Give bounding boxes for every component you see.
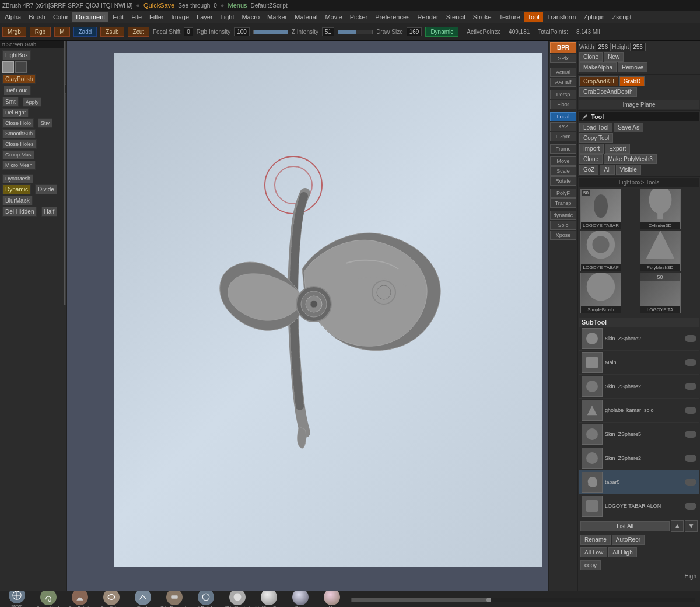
- make-polymesh-btn[interactable]: Make PolyMesh3: [604, 154, 657, 164]
- apply-btn[interactable]: Apply: [23, 97, 42, 107]
- width-val[interactable]: 256: [596, 43, 611, 51]
- bpr-btn[interactable]: BPR: [550, 42, 576, 53]
- subtool-item-6[interactable]: Skin_ZSphere2: [579, 446, 699, 470]
- brush-snakehook[interactable]: SnakeHook: [34, 591, 63, 607]
- menu-picker[interactable]: Picker: [346, 12, 372, 22]
- default-script[interactable]: DefaultZScript: [251, 2, 288, 9]
- grab-doc-btn[interactable]: GrabD: [620, 76, 645, 86]
- brush-ma[interactable]: Ma: [317, 591, 346, 607]
- dynamic2-btn[interactable]: dynamic: [550, 211, 576, 220]
- menu-image[interactable]: Image: [167, 12, 192, 22]
- brush-claybuildup[interactable]: ClayBuildip: [65, 591, 94, 607]
- zsub-btn[interactable]: Zsub: [100, 27, 124, 37]
- subtool-toggle-5[interactable]: [685, 431, 696, 438]
- viewport[interactable]: [114, 53, 542, 567]
- micro-mesh-btn[interactable]: Micro Mesh: [2, 161, 36, 170]
- menu-color[interactable]: Color: [50, 12, 72, 22]
- all-high-btn[interactable]: All High: [608, 547, 636, 557]
- zadd-btn[interactable]: Zadd: [74, 27, 97, 37]
- brush-hpolish[interactable]: hPolish: [191, 591, 220, 607]
- mrgb-btn[interactable]: Mrgb: [2, 27, 26, 37]
- frame-btn[interactable]: Frame: [550, 144, 576, 154]
- brush-skinshade4[interactable]: SkinShade4: [223, 591, 252, 607]
- all-low-btn[interactable]: All Low: [580, 547, 607, 557]
- menu-stencil[interactable]: Stencil: [443, 12, 469, 22]
- polyr-btn[interactable]: PolyF: [550, 189, 576, 198]
- menu-zplugin[interactable]: Zplugin: [580, 12, 608, 22]
- zcut-btn[interactable]: Zcut: [128, 27, 149, 37]
- all-btn[interactable]: All: [600, 165, 614, 175]
- list-all-btn[interactable]: List All: [580, 521, 670, 531]
- subtool-toggle-7[interactable]: [685, 479, 696, 486]
- tool-thumb-1[interactable]: 50 LOGOYE TABAR: [580, 189, 621, 229]
- menu-document[interactable]: Document: [72, 12, 108, 22]
- brush-blinn[interactable]: Blinn: [286, 591, 315, 607]
- xpose-btn[interactable]: Xpose: [550, 231, 576, 240]
- aahalf-nav-btn[interactable]: AAHalf: [550, 78, 576, 87]
- brush-pinch[interactable]: Pinch: [128, 591, 158, 607]
- quicksave-btn[interactable]: QuickSave: [144, 2, 174, 9]
- tool-thumb-2[interactable]: Cylinder3D: [640, 189, 681, 229]
- scale-btn[interactable]: Scale: [550, 166, 576, 176]
- z-intensity-slider[interactable]: [338, 30, 373, 34]
- brush-move[interactable]: Move Topologica: [2, 591, 32, 607]
- subtool-toggle-8[interactable]: [685, 503, 696, 510]
- rgb-intensity-val[interactable]: 100: [234, 27, 250, 36]
- brush-size-slider[interactable]: [351, 598, 695, 602]
- subtool-toggle-3[interactable]: [685, 383, 696, 390]
- auto-reor-btn[interactable]: AutoReor: [612, 535, 645, 545]
- make-alpha-btn[interactable]: MakeAlpha: [579, 62, 617, 72]
- subtool-item-8[interactable]: LOGOYE TABAR ALON: [579, 494, 699, 518]
- close-holes-btn[interactable]: Close Holes: [2, 139, 37, 149]
- save-as-tool-btn[interactable]: Save As: [614, 123, 643, 132]
- local-btn[interactable]: Local: [550, 112, 576, 121]
- group-mas-btn[interactable]: Group Mas: [2, 150, 34, 159]
- focal-shift-val[interactable]: 0: [184, 27, 193, 36]
- subtool-item-4[interactable]: gholabe_kamar_solo: [579, 399, 699, 423]
- canvas-area[interactable]: BPR SPix Actual AAHalf Persp Floor Local…: [67, 41, 578, 591]
- z-intensity-val[interactable]: 51: [322, 27, 334, 36]
- brush-trimdynamic[interactable]: TrimDynamic: [160, 591, 189, 607]
- actual-nav-btn[interactable]: Actual: [550, 68, 576, 77]
- subtool-item-1[interactable]: Skin_ZSphere2: [579, 327, 699, 351]
- close-holo-btn[interactable]: Close Holo: [2, 118, 34, 128]
- spix-btn[interactable]: SPix: [550, 54, 576, 63]
- menu-stroke[interactable]: Stroke: [470, 12, 495, 22]
- tool-thumb-6[interactable]: 50 LOGOYE TA: [640, 273, 681, 313]
- color-swatch-1[interactable]: [2, 61, 14, 73]
- menu-movie[interactable]: Movie: [321, 12, 345, 22]
- menu-filter[interactable]: Filter: [146, 12, 167, 22]
- menu-edit[interactable]: Edit: [109, 12, 127, 22]
- see-through-val[interactable]: 0: [214, 2, 217, 9]
- menu-light[interactable]: Light: [217, 12, 238, 22]
- lsym-btn[interactable]: L.Sym: [550, 132, 576, 141]
- copy-tool-btn[interactable]: Copy Tool: [579, 133, 613, 143]
- persp-btn[interactable]: Persp: [550, 90, 576, 99]
- grab-doc-depth-btn[interactable]: GrabDocAndDepth: [579, 87, 637, 97]
- menu-texture[interactable]: Texture: [496, 12, 524, 22]
- xyz-btn[interactable]: XYZ: [550, 122, 576, 131]
- smt-btn[interactable]: Smt: [2, 97, 19, 107]
- menu-layer[interactable]: Layer: [193, 12, 216, 22]
- color-swatch-2[interactable]: [15, 61, 27, 73]
- smoothsub-btn[interactable]: SmoothSub: [2, 129, 36, 138]
- rotate-btn[interactable]: Rotate: [550, 176, 576, 186]
- menu-preferences[interactable]: Preferences: [372, 12, 413, 22]
- rgb-btn[interactable]: Rgb: [30, 27, 51, 37]
- remove-btn[interactable]: Remove: [618, 62, 648, 72]
- subtool-item-7[interactable]: tabar5: [579, 470, 699, 494]
- floor-btn[interactable]: Floor: [550, 100, 576, 109]
- goz-btn[interactable]: GoZ: [579, 165, 598, 175]
- menu-macro[interactable]: Macro: [238, 12, 263, 22]
- scroll-down-btn[interactable]: ▼: [685, 520, 698, 532]
- menu-transform[interactable]: Transform: [544, 12, 580, 22]
- stiv-btn[interactable]: Stiv: [38, 118, 52, 128]
- visible-btn[interactable]: Visible: [616, 165, 641, 175]
- del-hidden-btn[interactable]: Del Hidden: [2, 207, 37, 217]
- rename-btn[interactable]: Rename: [580, 535, 611, 545]
- menu-zscript[interactable]: Zscript: [609, 12, 635, 22]
- subtool-item-2[interactable]: Main: [579, 351, 699, 375]
- subtool-item-3[interactable]: Skin_ZSphere2: [579, 375, 699, 399]
- transp-btn[interactable]: Transp: [550, 198, 576, 208]
- tool-thumb-3[interactable]: LOGOYE TABAF: [580, 231, 621, 271]
